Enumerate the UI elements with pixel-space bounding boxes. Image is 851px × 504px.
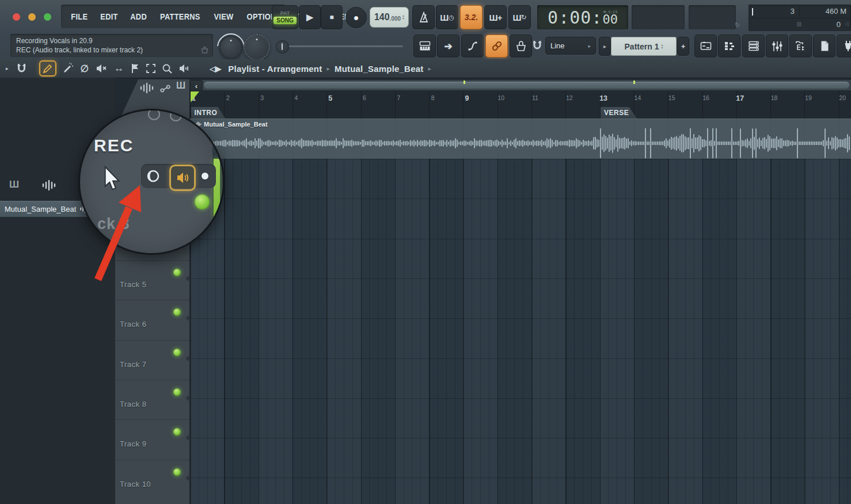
track-row-track-10[interactable]: Track 10 (115, 460, 191, 500)
track-automation-tab-icon[interactable] (159, 84, 172, 93)
follow-playback-button[interactable]: ➔ (437, 35, 459, 58)
snap-value: Line (550, 41, 565, 50)
stop-button[interactable]: ■ (321, 5, 343, 29)
slip-tool-icon[interactable]: ↔ (114, 63, 124, 74)
bar-number-6: 6 (363, 94, 366, 101)
slider-handle[interactable] (276, 40, 289, 54)
pattern-menu-button[interactable]: ▸ (599, 37, 611, 56)
lens-dot-button[interactable] (202, 173, 208, 180)
typing-keyboard-icon (419, 41, 431, 51)
timeline-ruler[interactable]: 1234567891011121314151617181920 INTROVER… (190, 91, 851, 119)
plugin-button[interactable] (837, 35, 851, 58)
scroll-left-button[interactable]: ‹ (190, 80, 203, 91)
typing-keyboard-button[interactable] (413, 35, 436, 58)
link-icon (491, 40, 503, 52)
track-mute-led[interactable] (173, 269, 181, 276)
track-row-track-8[interactable]: Track 8 (115, 380, 191, 420)
delete-tool-icon[interactable]: ∅ (81, 63, 89, 75)
breadcrumb-section[interactable]: Playlist - Arrangement (228, 64, 322, 74)
link-recording-button[interactable] (485, 35, 508, 58)
monitor-speaker-button[interactable] (169, 165, 196, 191)
zoom-tool-icon[interactable] (162, 63, 173, 74)
menu-bar: FILEEDITADDPATTERNSVIEWOPTIONSTOOLSHELP (61, 5, 286, 28)
master-pitch-knob[interactable] (244, 34, 270, 60)
play-button[interactable]: ▶ (299, 5, 321, 29)
track-name-label: Track 6 (120, 320, 146, 329)
scrollbar-thumb[interactable] (204, 82, 849, 89)
playlist-window-button[interactable] (694, 35, 717, 58)
track-row-track-5[interactable]: Track 5 (115, 260, 191, 300)
slide-notes-button[interactable] (461, 35, 484, 58)
patterns-tab-icon[interactable]: Ш (9, 179, 18, 190)
magnet-icon[interactable] (17, 63, 26, 74)
scrollbar-marker-1 (464, 81, 465, 84)
track-mute-led[interactable] (173, 428, 181, 436)
zoom-button[interactable] (44, 13, 51, 21)
piano-roll-button[interactable] (718, 35, 740, 58)
draw-tool-button[interactable] (39, 60, 56, 77)
resource-panel: 3 460 M 0 ◁ (749, 5, 851, 31)
hint-bar: Recording Vocals in 20.9 REC (Audio trac… (10, 34, 213, 57)
pat-song-toggle[interactable]: PAT SONG (272, 5, 298, 29)
pattern-selector[interactable]: Pattern 1 ▴▾ (611, 37, 677, 56)
record-button[interactable]: ● (345, 7, 367, 28)
tempo-fraction: .000 (390, 16, 401, 22)
snap-selector[interactable]: Line ▸ (545, 37, 596, 55)
zoom-select-icon[interactable] (146, 63, 156, 74)
track-mute-led[interactable] (173, 388, 181, 396)
track-row-track-9[interactable]: Track 9 (115, 419, 191, 460)
time-display[interactable]: 0:00: M:S:CS 00 (537, 5, 628, 29)
playlist-grid[interactable] (190, 159, 851, 504)
menu-item-view[interactable]: VIEW (214, 12, 233, 21)
bar-number-12: 12 (566, 94, 573, 101)
toolbar-menu-arrow[interactable]: ▸ (6, 66, 9, 71)
track-row-track-6[interactable]: Track 6 (115, 300, 191, 340)
timeline-scrollbar[interactable]: ‹ (190, 80, 851, 90)
metronome-button[interactable] (412, 5, 435, 29)
mute-tool-icon[interactable] (96, 63, 107, 74)
project-picker-button[interactable] (813, 35, 835, 58)
countdown-button[interactable]: 3.2. (460, 5, 483, 29)
audio-clip[interactable]: Mutual_Sample_Beat (190, 119, 851, 161)
track-mute-led[interactable] (173, 468, 181, 476)
lens-record-led[interactable] (195, 194, 210, 209)
mixer-button[interactable] (766, 35, 788, 58)
master-volume-knob[interactable] (219, 36, 242, 59)
wait-for-input-button[interactable]: Ш◷ (436, 5, 458, 29)
track-mute-led[interactable] (173, 308, 181, 316)
menu-item-add[interactable]: ADD (130, 12, 147, 21)
track-pattern-tab-icon[interactable]: Ш (176, 81, 185, 91)
browser-button[interactable] (789, 35, 812, 58)
pan-knob-icon[interactable] (146, 169, 161, 184)
close-button[interactable] (13, 13, 20, 21)
lens-partial-track-label: ck 3 (97, 215, 130, 233)
clip-waveform (190, 127, 851, 159)
minimize-button[interactable] (28, 13, 36, 21)
plug-icon (843, 40, 851, 52)
playlist-menu-icon[interactable]: ◁▶ (210, 64, 221, 73)
pot-controller-button[interactable] (510, 35, 532, 58)
refresh-icon[interactable]: ↻ (735, 21, 740, 29)
tempo-display[interactable]: 140 .000 ▴▾ (370, 7, 409, 28)
blend-recording-button[interactable]: Ш+ (484, 5, 507, 29)
shuffle-slider[interactable] (275, 38, 408, 54)
loop-record-button[interactable]: Ш↻ (508, 5, 531, 29)
channel-rack-button[interactable] (742, 35, 765, 58)
paint-tool-icon[interactable] (62, 63, 74, 74)
menu-item-edit[interactable]: EDIT (100, 12, 117, 21)
document-icon (819, 40, 830, 52)
snap-magnet-icon[interactable] (533, 40, 542, 51)
marker-verse[interactable]: VERSE (601, 107, 637, 119)
track-mute-led[interactable] (173, 349, 181, 356)
bar-number-16: 16 (702, 94, 709, 101)
breadcrumb-item[interactable]: Mutual_Sample_Beat (335, 64, 423, 74)
marker-intro[interactable]: INTRO (191, 107, 226, 119)
preview-tool-icon[interactable] (178, 63, 190, 74)
track-row-track-7[interactable]: Track 7 (115, 340, 191, 380)
playback-tool-icon[interactable] (131, 63, 140, 74)
track-audio-tab-icon[interactable] (139, 83, 154, 93)
audio-tab-icon[interactable] (41, 180, 56, 190)
add-pattern-button[interactable]: + (677, 37, 689, 56)
menu-item-patterns[interactable]: PATTERNS (160, 12, 200, 21)
menu-item-file[interactable]: FILE (71, 12, 88, 21)
